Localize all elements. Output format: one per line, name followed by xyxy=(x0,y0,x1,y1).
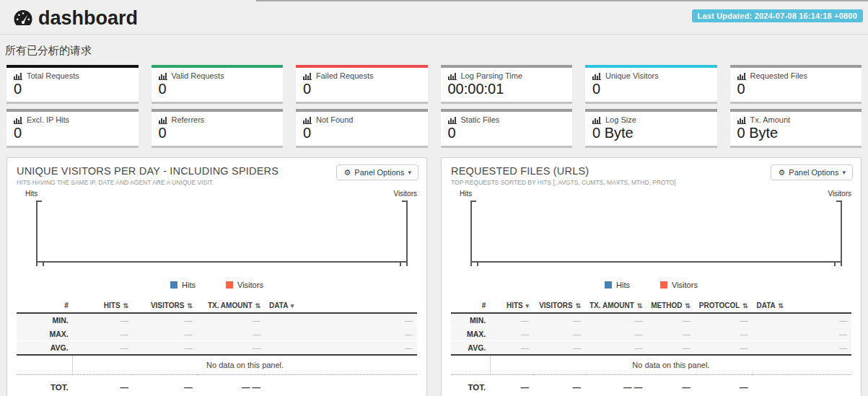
card-value: 0 xyxy=(14,81,131,97)
cell-hits: — xyxy=(490,341,533,356)
card-value: 0 Byte xyxy=(592,125,710,141)
panels-row: UNIQUE VISITORS PER DAY - INCLUDING SPID… xyxy=(0,157,868,396)
cell-data xyxy=(265,375,417,395)
visitors-swatch xyxy=(226,281,233,289)
cell-method: — xyxy=(646,375,695,395)
hits-swatch xyxy=(605,281,612,289)
tachometer-icon xyxy=(13,9,33,27)
cell-hits: — xyxy=(73,341,133,356)
col-header-tx-amount[interactable]: TX. AMOUNT ⇅ xyxy=(585,299,646,313)
chart-legend: Hits Visitors xyxy=(17,281,417,289)
table-row-min: MIN. — — — — — — xyxy=(451,313,851,327)
card-label: Tx. Amount xyxy=(750,115,791,124)
card-static-files: Static Files 0 xyxy=(441,109,573,148)
col-header-label: TX. AMOUNT xyxy=(208,302,253,309)
col-header-visitors[interactable]: VISITORS ⇅ xyxy=(133,299,197,313)
cell-tx-amount: — — xyxy=(585,375,646,395)
cell-tx-amount: — xyxy=(585,327,646,341)
cell-visitors: — xyxy=(133,313,197,327)
legend-item-hits[interactable]: Hits xyxy=(605,281,630,289)
card-value: 0 xyxy=(737,81,855,97)
axis-tick xyxy=(402,201,408,202)
caret-down-icon: ▾ xyxy=(842,169,846,176)
sort-desc-icon: ▾ xyxy=(291,302,294,309)
sort-icon: ⇅ xyxy=(742,302,748,309)
panel-options-label: Panel Options xyxy=(789,168,838,177)
cell-visitors: — xyxy=(533,341,585,356)
sort-icon: ⇅ xyxy=(575,302,581,309)
cell-visitors: — xyxy=(133,341,197,356)
col-header-label: VISITORS xyxy=(151,302,185,309)
col-header-tx-amount[interactable]: TX. AMOUNT ⇅ xyxy=(197,299,265,313)
row-label: MAX. xyxy=(17,327,73,341)
legend-label: Hits xyxy=(616,281,630,289)
card-referrers: Referrers 0 xyxy=(152,109,284,148)
legend-item-visitors[interactable]: Visitors xyxy=(226,281,263,289)
panel-options-button[interactable]: ⚙ Panel Options ▾ xyxy=(336,164,418,180)
col-header-data[interactable]: DATA ▾ xyxy=(265,299,417,313)
cell-method: — xyxy=(646,313,695,327)
col-header-index[interactable]: # xyxy=(451,299,490,313)
cell-method: — xyxy=(646,327,695,341)
y-axis-right xyxy=(841,201,842,266)
col-header-label: DATA xyxy=(269,302,288,309)
card-valid-requests: Valid Requests 0 xyxy=(152,65,284,104)
card-label: Requested Files xyxy=(750,71,808,80)
chart-legend: Hits Visitors xyxy=(451,281,851,289)
card-label: Excl. IP Hits xyxy=(27,115,69,124)
visitors-table: # HITS ⇅ VISITORS ⇅ TX. AMOUNT ⇅ DATA ▾ … xyxy=(17,299,417,395)
bar-chart-icon xyxy=(592,116,602,124)
card-value: 0 xyxy=(448,125,566,141)
col-header-hits[interactable]: HITS ▾ xyxy=(490,299,533,313)
row-label: TOT. xyxy=(17,375,73,395)
card-label: Unique Visitors xyxy=(605,71,659,80)
legend-label: Hits xyxy=(182,281,196,289)
col-header-index[interactable]: # xyxy=(17,299,73,313)
empty-message: No data on this panel. xyxy=(73,355,417,375)
cell-data: — xyxy=(265,313,417,327)
bar-chart-icon xyxy=(159,116,168,124)
col-header-visitors[interactable]: VISITORS ⇅ xyxy=(533,299,585,313)
col-header-hits[interactable]: HITS ⇅ xyxy=(73,299,133,313)
y-axis-left xyxy=(36,201,38,266)
table-row-max: MAX. — — — — xyxy=(17,327,417,341)
axis-tick xyxy=(43,263,44,266)
card-tx-amount: Tx. Amount 0 Byte xyxy=(730,109,862,148)
bar-chart-icon xyxy=(592,72,602,80)
col-header-label: VISITORS xyxy=(539,302,573,309)
cell-hits: — xyxy=(73,375,133,395)
gear-icon: ⚙ xyxy=(778,169,785,177)
legend-item-visitors[interactable]: Visitors xyxy=(660,281,698,289)
table-row-max: MAX. — — — — — — xyxy=(451,327,851,341)
hits-swatch xyxy=(170,281,177,289)
bar-chart-icon xyxy=(14,72,23,80)
panel-options-button[interactable]: ⚙ Panel Options ▾ xyxy=(771,164,853,180)
row-label: MIN. xyxy=(451,313,490,327)
visitors-swatch xyxy=(660,281,667,289)
panel-requested-files: REQUESTED FILES (URLS) TOP REQUESTS SORT… xyxy=(441,157,862,396)
cell-protocol: — xyxy=(695,341,753,356)
col-header-data[interactable]: DATA ⇅ xyxy=(752,299,851,313)
col-header-label: PROTOCOL xyxy=(699,302,740,309)
last-updated-badge: Last Updated: 2024-07-08 16:14:18 +0800 xyxy=(692,9,864,22)
bar-chart-icon xyxy=(448,72,457,80)
y-axis-label-visitors: Visitors xyxy=(393,190,417,198)
cell-data: — xyxy=(752,327,851,341)
table-row-avg: AVG. — — — — xyxy=(17,341,417,356)
x-axis xyxy=(36,261,408,263)
cell-tx-amount: — xyxy=(197,327,265,341)
card-value: 0 xyxy=(303,81,421,97)
card-value: 0 xyxy=(14,125,131,141)
legend-label: Visitors xyxy=(672,281,698,289)
bar-chart-icon xyxy=(303,116,312,124)
cell-data: — xyxy=(752,341,851,356)
section-heading: 所有已分析的请求 xyxy=(5,44,868,58)
col-header-method[interactable]: METHOD ⇅ xyxy=(646,299,695,313)
sort-icon: ⇅ xyxy=(685,302,691,309)
card-value: 00:00:01 xyxy=(448,81,566,97)
col-header-protocol[interactable]: PROTOCOL ⇅ xyxy=(695,299,753,313)
sort-icon: ⇅ xyxy=(255,302,261,309)
legend-item-hits[interactable]: Hits xyxy=(170,281,196,289)
requests-table: # HITS ▾ VISITORS ⇅ TX. AMOUNT ⇅ METHOD … xyxy=(451,299,851,395)
axis-tick xyxy=(400,263,401,266)
